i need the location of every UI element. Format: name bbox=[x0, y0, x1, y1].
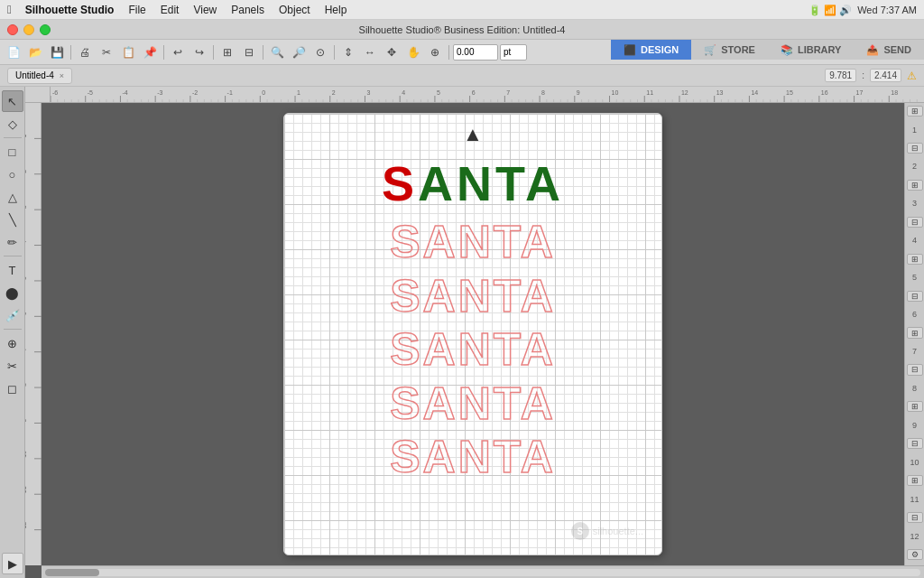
redo-button[interactable]: ↪ bbox=[189, 43, 209, 61]
ruler-h-svg: -6-5-4-3-2-10123456789101112131415161718 bbox=[51, 87, 924, 103]
panel-num-5: 5 bbox=[912, 266, 917, 290]
svg-text:12: 12 bbox=[681, 89, 688, 96]
svg-text:-3: -3 bbox=[157, 89, 162, 96]
santa-outline-1[interactable]: SANTA bbox=[390, 217, 556, 269]
santa-outline-4[interactable]: SANTA bbox=[390, 378, 556, 431]
ruler-horizontal: -6-5-4-3-2-10123456789101112131415161718 bbox=[51, 87, 924, 103]
panel-btn-12[interactable]: ⊟ bbox=[907, 512, 923, 523]
right-panel: ⊞ 1 ⊟ 2 ⊞ 3 ⊟ 4 ⊞ 5 ⊟ 6 ⊞ 7 ⊟ 8 ⊞ 9 ⊟ 10 bbox=[904, 103, 924, 565]
separator-1 bbox=[70, 45, 71, 60]
eyedropper-tool-button[interactable]: 💉 bbox=[2, 304, 23, 326]
menu-panels[interactable]: Panels bbox=[225, 2, 271, 18]
minimize-button[interactable] bbox=[23, 24, 34, 35]
flip-h-button[interactable]: ↔ bbox=[360, 43, 380, 61]
menu-object[interactable]: Object bbox=[273, 2, 317, 18]
select-tool-button[interactable]: ↖ bbox=[2, 90, 23, 112]
zoom-in-button[interactable]: 🔍 bbox=[267, 43, 287, 61]
undo-button[interactable]: ↩ bbox=[168, 43, 188, 61]
panel-btn-4[interactable]: ⊟ bbox=[907, 217, 923, 228]
panel-btn-3[interactable]: ⊞ bbox=[907, 180, 923, 191]
panel-num-4: 4 bbox=[912, 228, 917, 253]
watermark-text: silhouette... bbox=[593, 526, 643, 536]
left-toolbar: ↖ ◇ □ ○ △ ╲ ✏ T ⬤ 💉 ⊕ ✂ ◻ ▶ bbox=[0, 87, 25, 578]
fill-tool-button[interactable]: ⬤ bbox=[2, 282, 23, 303]
horizontal-scrollbar[interactable] bbox=[42, 565, 924, 578]
align-button[interactable]: ⇕ bbox=[338, 43, 358, 61]
canvas-area[interactable]: ▲ SANTA SANTA SANTA SANTA SANTA SANTA bbox=[42, 103, 904, 565]
polygon-tool-button[interactable]: △ bbox=[2, 186, 23, 208]
print-button[interactable]: 🖨 bbox=[75, 43, 95, 61]
svg-text:4: 4 bbox=[402, 89, 405, 96]
santa-anta-letters: ANTA bbox=[418, 156, 564, 210]
y-coordinate: 2.414 bbox=[870, 69, 901, 82]
zoom-out-button[interactable]: 🔎 bbox=[289, 43, 309, 61]
move-button[interactable]: ✥ bbox=[382, 43, 402, 61]
svg-text:8: 8 bbox=[25, 383, 27, 387]
group-button[interactable]: ⊞ bbox=[217, 43, 237, 61]
value-input[interactable] bbox=[453, 44, 498, 61]
svg-text:2: 2 bbox=[25, 170, 27, 173]
paste-button[interactable]: 📌 bbox=[140, 43, 160, 61]
settings-btn[interactable]: ⚙ bbox=[907, 549, 923, 560]
santa-outline-5[interactable]: SANTA bbox=[390, 432, 556, 484]
new-button[interactable]: 📄 bbox=[4, 43, 23, 61]
separator-4 bbox=[263, 45, 263, 60]
menu-file[interactable]: File bbox=[122, 2, 152, 18]
santa-outline-3[interactable]: SANTA bbox=[390, 324, 556, 377]
save-button[interactable]: 💾 bbox=[47, 43, 67, 61]
clock: Wed 7:37 AM bbox=[857, 5, 917, 15]
store-icon: 🛒 bbox=[704, 44, 716, 56]
scrollbar-track[interactable] bbox=[45, 569, 920, 576]
tab-close-button[interactable]: × bbox=[60, 71, 64, 80]
expand-tool-button[interactable]: ▶ bbox=[2, 553, 23, 574]
panel-btn-9[interactable]: ⊞ bbox=[907, 401, 923, 412]
tab-store[interactable]: 🛒 STORE bbox=[691, 40, 768, 60]
panel-btn-2[interactable]: ⊟ bbox=[907, 143, 923, 154]
panel-btn-1[interactable]: ⊞ bbox=[907, 106, 923, 117]
cut-button[interactable]: ✂ bbox=[97, 43, 116, 61]
panel-btn-8[interactable]: ⊟ bbox=[907, 364, 923, 375]
apple-logo-icon[interactable]:  bbox=[7, 3, 12, 16]
text-tool-button[interactable]: T bbox=[2, 259, 23, 281]
pan-button[interactable]: ✋ bbox=[403, 43, 423, 61]
ruler-v-svg: 123456789101112 bbox=[25, 103, 42, 565]
panel-btn-7[interactable]: ⊞ bbox=[907, 327, 923, 338]
santa-text-group[interactable]: SANTA SANTA SANTA SANTA SANTA SANTA bbox=[382, 159, 564, 484]
santa-s-letter: S bbox=[382, 156, 418, 210]
zoom-tool-button[interactable]: ⊕ bbox=[2, 332, 23, 354]
line-tool-button[interactable]: ╲ bbox=[2, 209, 23, 230]
unit-input[interactable]: pt bbox=[500, 44, 527, 61]
ungroup-button[interactable]: ⊟ bbox=[239, 43, 259, 61]
app-name: Silhouette Studio bbox=[19, 2, 121, 18]
open-button[interactable]: 📂 bbox=[25, 43, 45, 61]
svg-text:3: 3 bbox=[366, 89, 370, 96]
panel-btn-10[interactable]: ⊟ bbox=[907, 438, 923, 449]
freehand-tool-button[interactable]: ✏ bbox=[2, 231, 23, 253]
panel-btn-5[interactable]: ⊞ bbox=[907, 254, 923, 265]
eraser-tool-button[interactable]: ◻ bbox=[2, 378, 23, 399]
rectangle-tool-button[interactable]: □ bbox=[2, 141, 23, 163]
separator-2 bbox=[163, 45, 164, 60]
panel-num-6: 6 bbox=[912, 303, 917, 327]
copy-button[interactable]: 📋 bbox=[118, 43, 138, 61]
tab-send[interactable]: 📤 SEND bbox=[854, 40, 924, 60]
menu-help[interactable]: Help bbox=[319, 2, 354, 18]
document-tab[interactable]: Untitled-4 × bbox=[7, 68, 72, 84]
maximize-button[interactable] bbox=[40, 24, 51, 35]
scrollbar-thumb[interactable] bbox=[45, 569, 99, 576]
cutting-mat: ▲ SANTA SANTA SANTA SANTA SANTA SANTA bbox=[283, 113, 662, 555]
tab-library[interactable]: 📚 LIBRARY bbox=[768, 40, 854, 60]
santa-main-text[interactable]: SANTA bbox=[382, 159, 564, 208]
knife-tool-button[interactable]: ✂ bbox=[2, 355, 23, 377]
santa-outline-2[interactable]: SANTA bbox=[390, 271, 556, 323]
crop-button[interactable]: ⊕ bbox=[425, 43, 445, 61]
menu-edit[interactable]: Edit bbox=[154, 2, 186, 18]
panel-btn-11[interactable]: ⊞ bbox=[907, 475, 923, 486]
node-tool-button[interactable]: ◇ bbox=[2, 113, 23, 135]
panel-btn-6[interactable]: ⊟ bbox=[907, 291, 923, 302]
tab-design[interactable]: ⬛ DESIGN bbox=[611, 40, 691, 60]
ellipse-tool-button[interactable]: ○ bbox=[2, 163, 23, 185]
zoom-fit-button[interactable]: ⊙ bbox=[310, 43, 330, 61]
close-button[interactable] bbox=[7, 24, 18, 35]
menu-view[interactable]: View bbox=[187, 2, 223, 18]
